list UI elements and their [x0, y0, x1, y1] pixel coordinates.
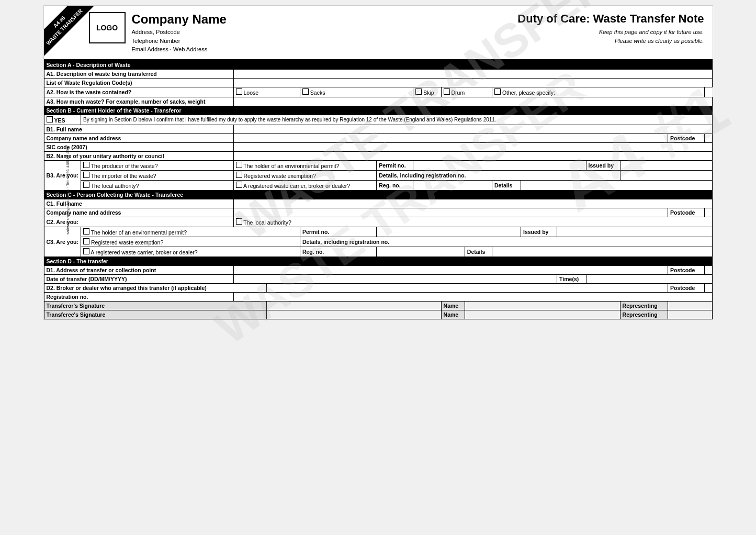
- transferee-sig-field[interactable]: [267, 310, 441, 319]
- b3-local-auth-cell[interactable]: The local authority?: [81, 180, 233, 190]
- a2-loose-checkbox[interactable]: [236, 88, 242, 95]
- d2-row: D2. Broker or dealer who arranged this t…: [44, 283, 712, 292]
- c3-reg-no-label: Reg. no.: [300, 247, 376, 257]
- b1-field[interactable]: [233, 125, 712, 133]
- b3-reg-exemption-label: Registered waste exemption?: [244, 173, 316, 179]
- transferor-name-field[interactable]: [465, 301, 620, 310]
- d1-row: D1. Address of transfer or collection po…: [44, 265, 712, 274]
- transferee-name-label: Name: [441, 310, 465, 319]
- b3-row1: B3. Are you: The producer of the waste? …: [44, 160, 712, 170]
- b3-local-auth-checkbox[interactable]: [83, 182, 89, 188]
- yes-checkbox[interactable]: [47, 116, 53, 122]
- b3-producer-cell[interactable]: The producer of the waste?: [81, 160, 233, 170]
- b2-row: B2. Name of your unitary authority or co…: [44, 151, 712, 160]
- b-postcode-field[interactable]: [705, 133, 712, 142]
- a2-sacks-checkbox[interactable]: [302, 88, 309, 95]
- transferor-sig-field[interactable]: [267, 301, 441, 310]
- yes-checkbox-cell[interactable]: YES: [44, 115, 81, 125]
- a2-row: A2. How is the waste contained? Loose Sa…: [44, 87, 712, 97]
- c3-env-permit-label: The holder of an environmental permit?: [91, 229, 187, 236]
- b3-importer-label: The importer of the waste?: [91, 173, 156, 179]
- a1-row: A1. Description of waste being transferr…: [44, 69, 712, 78]
- transferee-name-field[interactable]: [465, 310, 620, 319]
- c1-field[interactable]: [233, 199, 712, 208]
- b3-details-field[interactable]: [521, 180, 712, 190]
- b3-carrier-cell[interactable]: A registered waste carrier, broker or de…: [233, 180, 377, 190]
- section-d-header-row: Section D - The transfer: [44, 257, 712, 265]
- b3-reg-exemption-checkbox[interactable]: [236, 172, 242, 178]
- c3-issued-by-field[interactable]: [557, 227, 712, 237]
- c3-details-field[interactable]: [492, 247, 712, 257]
- a2-drum-checkbox[interactable]: [444, 88, 450, 95]
- d2-postcode-field[interactable]: [705, 283, 712, 292]
- c3-reg-exemption-checkbox[interactable]: [83, 238, 89, 244]
- c3-env-permit-cell[interactable]: The holder of an environmental permit?: [81, 227, 300, 237]
- d1-field[interactable]: [233, 265, 668, 274]
- b3-env-permit-cell[interactable]: The holder of an environmental permit?: [233, 160, 377, 170]
- c3-carrier-checkbox[interactable]: [83, 248, 89, 254]
- a2-skip-checkbox[interactable]: [415, 88, 422, 95]
- b3-reg-no-field[interactable]: [413, 180, 492, 190]
- sic-label: SIC code (2007): [44, 142, 233, 151]
- b-company-field[interactable]: [233, 133, 668, 142]
- c3-reg-exemption-cell[interactable]: Registered waste exemption?: [81, 237, 300, 247]
- yes-text: By signing in Section D below I confirm …: [81, 115, 712, 125]
- c-company-row: Company name and address Postcode: [44, 208, 712, 217]
- waste-codes-field[interactable]: [233, 78, 712, 87]
- b3-permit-no-field[interactable]: [413, 160, 586, 170]
- b3-importer-checkbox[interactable]: [83, 172, 89, 178]
- transferor-rep-field[interactable]: [668, 301, 712, 310]
- reg-no-label: Registration no.: [44, 292, 233, 301]
- a2-other-label: Other, please specify:: [502, 90, 555, 96]
- c3-env-permit-checkbox[interactable]: [83, 228, 89, 235]
- d1-label: D1. Address of transfer or collection po…: [44, 265, 233, 274]
- b3-details-reg-field[interactable]: [620, 170, 712, 180]
- a2-other-checkbox[interactable]: [494, 88, 501, 95]
- b3-issued-by-field[interactable]: [620, 160, 712, 170]
- a2-loose-label: Loose: [244, 90, 259, 96]
- b3-reg-exemption-cell[interactable]: Registered waste exemption?: [233, 170, 377, 180]
- b3-carrier-label: A registered waste carrier, broker or de…: [243, 183, 350, 189]
- b3-reg-no-label: Reg. no.: [377, 180, 413, 190]
- sic-field[interactable]: [233, 142, 712, 151]
- a3-label: A3. How much waste? For example, number …: [44, 97, 233, 106]
- c3-label: C3. Are you:: [44, 227, 81, 257]
- a3-field[interactable]: [233, 97, 712, 106]
- subtitle-line1: Keep this page and copy it for future us…: [517, 28, 704, 37]
- c2-local-auth-checkbox[interactable]: [236, 218, 242, 225]
- b3-producer-checkbox[interactable]: [83, 162, 89, 168]
- d1-postcode-field[interactable]: [705, 265, 712, 274]
- a2-skip[interactable]: Skip: [413, 87, 441, 97]
- c2-local-auth-label: The local authority?: [243, 219, 291, 226]
- c2-local-auth-cell[interactable]: The local authority?: [233, 217, 712, 227]
- c3-permit-no-field[interactable]: [377, 227, 521, 237]
- c1-row: C1. Full name: [44, 199, 712, 208]
- b-postcode-label: Postcode: [668, 133, 705, 142]
- yes-row: YES By signing in Section D below I conf…: [44, 115, 712, 125]
- b3-env-permit-checkbox[interactable]: [236, 162, 242, 168]
- date-field[interactable]: [233, 274, 557, 283]
- transferee-rep-field[interactable]: [668, 310, 712, 319]
- c-postcode-field[interactable]: [705, 208, 712, 217]
- b3-carrier-checkbox[interactable]: [236, 182, 242, 188]
- time-field[interactable]: [586, 274, 712, 283]
- b-company-row: Company name and address Postcode: [44, 133, 712, 142]
- c-company-field[interactable]: [233, 208, 668, 217]
- address-line3: Email Address · Web Address: [132, 45, 227, 54]
- c-company-label: Company name and address: [44, 208, 233, 217]
- reg-no-field[interactable]: [233, 292, 712, 301]
- c3-carrier-cell[interactable]: A registered waste carrier, broker or de…: [81, 247, 300, 257]
- header-right: Duty of Care: Waste Transfer Note Keep t…: [517, 12, 704, 45]
- b1-row: B1. Full name: [44, 125, 712, 133]
- b2-field[interactable]: [233, 151, 712, 160]
- c3-reg-no-field[interactable]: [377, 247, 465, 257]
- a1-field[interactable]: [233, 69, 712, 78]
- a2-sacks[interactable]: Sacks: [300, 87, 413, 97]
- a2-drum[interactable]: Drum: [441, 87, 492, 97]
- a2-loose[interactable]: Loose: [233, 87, 300, 97]
- c3-details-reg-label: Details, including registration no.: [300, 237, 712, 247]
- d2-field[interactable]: [267, 283, 668, 292]
- time-label: Time(s): [557, 274, 586, 283]
- b3-importer-cell[interactable]: The importer of the waste?: [81, 170, 233, 180]
- a2-other[interactable]: Other, please specify:: [492, 87, 705, 97]
